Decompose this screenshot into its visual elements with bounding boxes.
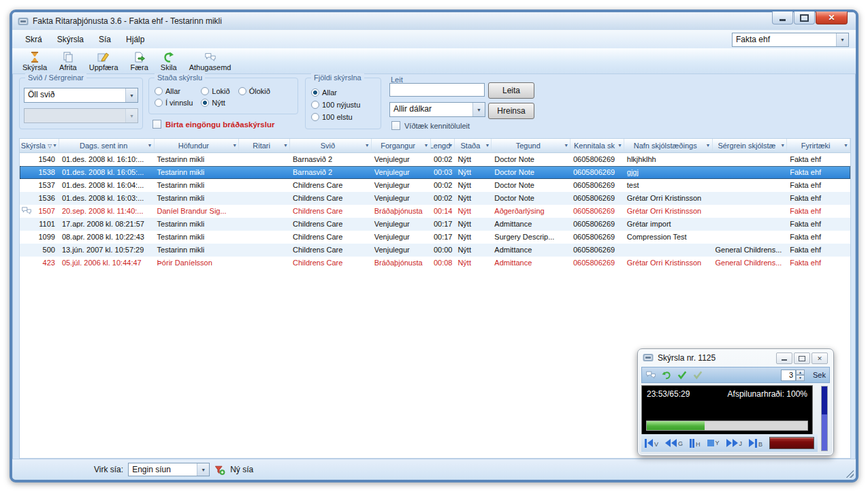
column-dropdown-icon[interactable]: ▼: [148, 143, 152, 148]
toolbar-button-2[interactable]: Uppfæra: [83, 50, 125, 72]
player-undo-icon[interactable]: [661, 370, 672, 380]
playback-progress-bar[interactable]: [646, 421, 808, 431]
column-header-specialty[interactable]: Sérgrein skjólstæ▼: [713, 139, 788, 152]
spinner-down-icon[interactable]: ▼: [796, 375, 805, 381]
column-dropdown-icon[interactable]: ▼: [283, 143, 288, 148]
chevron-down-icon[interactable]: ▼: [197, 463, 209, 476]
column-header-priority[interactable]: Forgangur▼: [372, 139, 431, 152]
radio-label: Lokið: [212, 87, 229, 95]
cell-author: Testarinn mikli: [155, 179, 240, 192]
volume-slider[interactable]: [821, 386, 828, 451]
column-header-status[interactable]: Staða▼: [455, 139, 492, 152]
column-header-dept[interactable]: Svið▼: [290, 139, 372, 152]
toolbar-button-5[interactable]: Athugasemd: [183, 50, 238, 72]
table-row[interactable]: 154001.des. 2008 kl. 16:10:...Testarinn …: [20, 153, 850, 166]
player-check-send-icon[interactable]: [692, 370, 703, 380]
maximize-button[interactable]: [794, 12, 815, 24]
delay-spinner[interactable]: 3 ▲ ▼: [781, 370, 805, 381]
column-dropdown-icon[interactable]: ▼: [564, 143, 568, 148]
clear-button[interactable]: Hreinsa: [488, 103, 534, 119]
title-bar[interactable]: Fakta Ritaraþjónusta 3.6 - Fakta ehf - T…: [12, 12, 856, 30]
new-filter-link[interactable]: Ný sía: [230, 465, 253, 474]
radio-icon: [311, 101, 319, 109]
chevron-down-icon[interactable]: ▼: [472, 103, 485, 116]
company-select[interactable]: Fakta ehf ▼: [732, 33, 849, 47]
chevron-down-icon[interactable]: ▼: [836, 33, 848, 46]
urgent-only-checkbox-row[interactable]: Birta eingöngu bráðaskýrslur: [152, 120, 274, 129]
checkbox-icon[interactable]: [391, 121, 400, 130]
column-dropdown-icon[interactable]: ▼: [232, 143, 237, 148]
close-icon: ✕: [817, 355, 822, 362]
stada-option-4[interactable]: Ólokið: [238, 85, 270, 97]
table-row[interactable]: 110117.apr. 2008 kl. 08:21:57Testarinn m…: [20, 218, 850, 231]
transport-fast-forward-button[interactable]: J: [726, 439, 743, 447]
table-row[interactable]: 109908.apr. 2008 kl. 10:22:43Testarinn m…: [20, 231, 850, 244]
transport-skip-end-button[interactable]: B: [749, 439, 762, 448]
menu-item-3[interactable]: Hjálp: [118, 31, 152, 48]
toolbar-button-0[interactable]: Skýrsla: [16, 50, 53, 72]
toolbar-button-4[interactable]: Skila: [155, 50, 183, 72]
stada-option-1[interactable]: Í vinnslu: [155, 97, 193, 108]
delay-spinner-value[interactable]: 3: [781, 370, 796, 381]
cell-patient: test: [624, 179, 713, 192]
column-header-author[interactable]: Höfundur▼: [155, 139, 240, 152]
menu-item-2[interactable]: Sía: [91, 31, 118, 48]
transport-skip-start-button[interactable]: V: [645, 439, 658, 448]
menu-item-0[interactable]: Skrá: [18, 31, 50, 48]
column-header-patient[interactable]: Nafn skjólstæðings▼: [624, 139, 713, 152]
stada-option-2[interactable]: Lokið: [201, 85, 229, 97]
player-close-button[interactable]: ✕: [811, 352, 828, 364]
chevron-down-icon[interactable]: ▼: [125, 88, 138, 102]
column-header-type[interactable]: Tegund▼: [492, 139, 570, 152]
column-dropdown-icon[interactable]: ▼: [706, 143, 711, 148]
minimize-button[interactable]: [772, 12, 793, 24]
column-dropdown-icon[interactable]: ▼: [424, 143, 429, 148]
table-row[interactable]: 153801.des. 2008 kl. 16:05:...Testarinn …: [20, 166, 850, 179]
column-header-company[interactable]: Fyrirtæki▼: [787, 139, 850, 152]
transport-stop-button[interactable]: Y: [707, 440, 720, 446]
checkbox-icon[interactable]: [152, 120, 161, 129]
table-row[interactable]: 153701.des. 2008 kl. 16:04:...Testarinn …: [20, 179, 850, 192]
player-minimize-button[interactable]: [776, 352, 792, 364]
column-header-date[interactable]: Dags. sent inn▼: [59, 139, 155, 152]
transport-pause-button[interactable]: H: [690, 439, 701, 448]
column-dropdown-icon[interactable]: ▼: [449, 143, 453, 148]
toolbar-button-3[interactable]: Færa: [125, 50, 155, 72]
cell-priority: Venjulegur: [372, 153, 431, 166]
player-check-icon[interactable]: [677, 370, 688, 380]
table-row[interactable]: 150720.sep. 2008 kl. 11:40:...Daníel Bra…: [20, 205, 850, 218]
search-input[interactable]: [389, 83, 485, 97]
player-comment-icon[interactable]: [645, 370, 656, 380]
wide-ssn-search-row[interactable]: Víðtæk kennitöluleit: [391, 121, 470, 130]
stada-option-0[interactable]: Allar: [155, 85, 193, 97]
column-dropdown-icon[interactable]: ▼: [52, 143, 57, 148]
column-dropdown-icon[interactable]: ▼: [843, 143, 848, 148]
search-column-select[interactable]: Allir dálkar ▼: [389, 102, 485, 117]
transport-rewind-button[interactable]: G: [665, 439, 683, 447]
spinner-up-icon[interactable]: ▲: [796, 370, 805, 376]
search-button[interactable]: Leita: [488, 82, 534, 99]
column-dropdown-icon[interactable]: ▼: [617, 143, 622, 148]
table-row[interactable]: 50013.jún. 2007 kl. 10:57:29Testarinn mi…: [20, 244, 850, 257]
toolbar-button-1[interactable]: Afrita: [53, 50, 83, 72]
cell-ssn: 0605806269: [570, 179, 624, 192]
close-button[interactable]: ✕: [816, 12, 848, 24]
active-filter-select[interactable]: Engin síun ▼: [128, 463, 210, 476]
fjoldi-option-2[interactable]: 100 elstu: [311, 111, 360, 123]
column-dropdown-icon[interactable]: ▼: [365, 143, 370, 148]
player-maximize-button[interactable]: [794, 352, 810, 364]
table-row[interactable]: 42305.júl. 2006 kl. 10:44:47Þórir Daníel…: [20, 257, 850, 269]
column-header-ssn[interactable]: Kennitala sk▼: [570, 139, 624, 152]
column-dropdown-icon[interactable]: ▼: [485, 143, 489, 148]
cell-patient: hlkjhklhh: [624, 153, 713, 166]
fjoldi-option-1[interactable]: 100 nýjustu: [311, 99, 360, 111]
column-header-writer[interactable]: Ritari▼: [239, 139, 290, 152]
fjoldi-option-0[interactable]: Allar: [311, 86, 360, 99]
menu-item-1[interactable]: Skýrsla: [50, 31, 91, 48]
column-header-length[interactable]: Lengd▼: [431, 139, 455, 152]
column-dropdown-icon[interactable]: ▼: [780, 143, 785, 148]
stada-option-3[interactable]: Nýtt: [201, 97, 229, 108]
svid-select[interactable]: Öll svið ▼: [24, 88, 138, 103]
table-row[interactable]: 153601.des. 2008 kl. 16:03:...Testarinn …: [20, 192, 850, 205]
column-header-id[interactable]: Skýrsla▽▼: [20, 139, 59, 152]
